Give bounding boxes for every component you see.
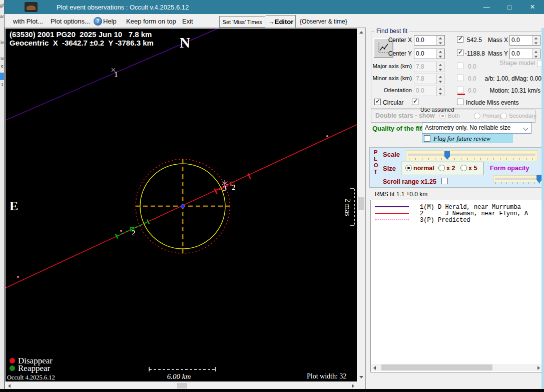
scale-bar-label: 6.00 km [146, 372, 212, 381]
window-title: Plot event observations : Occult v.4.202… [57, 4, 189, 11]
list-horizontal-scrollbar[interactable] [371, 364, 542, 371]
shape-model-label: Shape model [496, 60, 535, 67]
observer-row[interactable]: 1(M) D Herald, near Murrumba [371, 204, 543, 210]
plot-letter-o: O [374, 162, 378, 168]
plot-panel: (63530) 2001 PG20 2025 Jun 10 7.8 km Geo… [5, 28, 366, 390]
scroll-left-icon[interactable] [373, 366, 376, 370]
quality-label: Quality of the fit [372, 125, 422, 132]
include-miss-checkbox[interactable] [457, 99, 463, 105]
flag-review-label: Flag for future review [433, 135, 490, 143]
center-dot [181, 205, 185, 208]
station-dots [17, 135, 328, 278]
observer-row[interactable]: 2 J Newman, near Flynn, A [371, 210, 543, 217]
ab-dmag-label: a/b: 1.00, dMag: 0.00 [482, 75, 541, 82]
plot-area[interactable]: (63530) 2001 PG20 2025 Jun 10 7.8 km Geo… [6, 29, 357, 381]
circular-checkbox[interactable] [374, 99, 381, 105]
form-opacity-label: Form opacity [490, 165, 529, 172]
plot-letter-t: T [374, 169, 377, 175]
set-miss-times-button[interactable]: Set 'Miss' Times [219, 16, 265, 28]
spin-up-icon[interactable] [532, 49, 540, 54]
pink-dotted-swatch [375, 219, 409, 220]
bg-fragment: le [1, 40, 4, 45]
quality-value: Astrometry only. No reliable size [425, 124, 510, 131]
plot-letter-p: P [374, 149, 377, 155]
flag-review-checkbox[interactable] [424, 135, 430, 142]
minimize-button[interactable]: — [475, 0, 498, 14]
spin-down-icon[interactable] [437, 54, 444, 59]
spin-up-icon[interactable] [437, 49, 444, 54]
mas-bar-label: 2 mas [345, 187, 352, 227]
observer-row[interactable]: 3(P) Predicted [371, 217, 543, 223]
menu-exit[interactable]: Exit [182, 18, 193, 25]
scroll-range-checkbox[interactable] [441, 178, 448, 184]
include-miss-label: Include Miss events [466, 99, 518, 106]
menu-with-plot[interactable]: with Plot... [13, 18, 43, 25]
close-button[interactable]: × [521, 0, 544, 14]
orientation-alt-value: 0.0 [468, 87, 476, 94]
scale-slider[interactable] [406, 150, 538, 161]
use-assumed-diameter-checkbox[interactable] [412, 99, 418, 105]
help-icon[interactable]: ? [94, 17, 102, 26]
observer-row-text: 3(P) Predicted [420, 217, 470, 224]
mass-x-spinner[interactable]: 0.0 [509, 35, 540, 46]
menu-keep-on-top[interactable]: Keep form on top [126, 18, 176, 25]
double-primary-radio [474, 113, 480, 119]
observer-time-label: {Observer & time} [300, 18, 347, 25]
scroll-left-icon[interactable] [8, 384, 11, 388]
orientation-spinner: 0.0 [414, 86, 445, 96]
fit-y-checkbox[interactable] [457, 50, 463, 56]
observer-row-text: 2 J Newman, near Flynn, A [420, 210, 528, 217]
scale-slider-ticks [409, 158, 535, 160]
bg-fragment: 1 [1, 82, 4, 87]
center-y-label: Center Y [381, 50, 412, 57]
list-scroll-thumb[interactable] [381, 364, 492, 370]
editor-button[interactable]: →Editor [266, 15, 296, 28]
size-x2-radio[interactable] [438, 165, 445, 171]
fit-x-checkbox[interactable] [457, 36, 463, 43]
horizontal-scroll-thumb[interactable] [177, 383, 187, 388]
disappear-dot-icon [10, 358, 15, 363]
find-best-fit-legend: Find best fit [374, 28, 409, 35]
app-icon [25, 2, 38, 12]
size-x5-label: x 5 [468, 165, 477, 172]
center-x-label: Center X [381, 37, 412, 44]
scroll-right-icon[interactable] [537, 366, 540, 370]
rms-fit-label: RMS fit 1.1 ±0.0 km [375, 191, 427, 198]
quality-dropdown[interactable]: Astrometry only. No reliable size [422, 122, 531, 134]
center-y-spinner[interactable]: 0.0 [414, 49, 445, 59]
maximize-button[interactable]: □ [498, 0, 521, 14]
major-alt-value: 0.0 [468, 63, 476, 70]
double-stars-group: Double stars - show Both Primary Seconda… [371, 110, 535, 123]
scroll-up-icon[interactable] [359, 31, 363, 34]
center-x-spinner[interactable]: 0.0 [414, 35, 445, 46]
plot-horizontal-scrollbar[interactable] [6, 382, 357, 389]
scroll-down-icon[interactable] [359, 376, 363, 378]
menu-help[interactable]: Help [103, 18, 117, 25]
spin-down-icon[interactable] [532, 54, 540, 59]
bg-fragment: ar [0, 14, 4, 19]
size-x5-radio[interactable] [460, 165, 467, 171]
plot-vertical-scrollbar[interactable] [357, 29, 365, 381]
minor-axis-spinner: 7.8 [414, 74, 445, 84]
observers-listbox[interactable]: 1(M) D Herald, near Murrumba 2 J Newman,… [370, 200, 543, 372]
vertical-scroll-thumb[interactable] [358, 197, 364, 210]
fit-x-value: 542.5 [467, 37, 482, 44]
scale-bar [149, 367, 216, 371]
plot-canvas [6, 29, 357, 381]
plot-title-line2: Geocentric X -3642.7 ±0.2 Y -3786.3 km [10, 39, 154, 47]
window-right-border [541, 28, 544, 389]
legend-reappear: Reappear [18, 363, 50, 373]
size-normal-radio[interactable] [405, 165, 412, 171]
menu-bar: with Plot... Plot options... ? Help Keep… [5, 14, 544, 28]
observer2-number-right: 2 [232, 183, 236, 192]
spin-up-icon[interactable] [532, 36, 540, 41]
east-label: E [10, 199, 18, 214]
spin-down-icon[interactable] [437, 41, 444, 46]
menu-plot-options[interactable]: Plot options... [51, 18, 90, 25]
form-opacity-slider[interactable] [493, 175, 543, 182]
scroll-right-icon[interactable] [352, 384, 354, 388]
mass-y-spinner[interactable]: 0.0 [509, 49, 540, 59]
spin-up-icon[interactable] [437, 36, 444, 41]
spin-down-icon[interactable] [532, 41, 540, 46]
mass-y-label: Mass Y [487, 50, 508, 57]
